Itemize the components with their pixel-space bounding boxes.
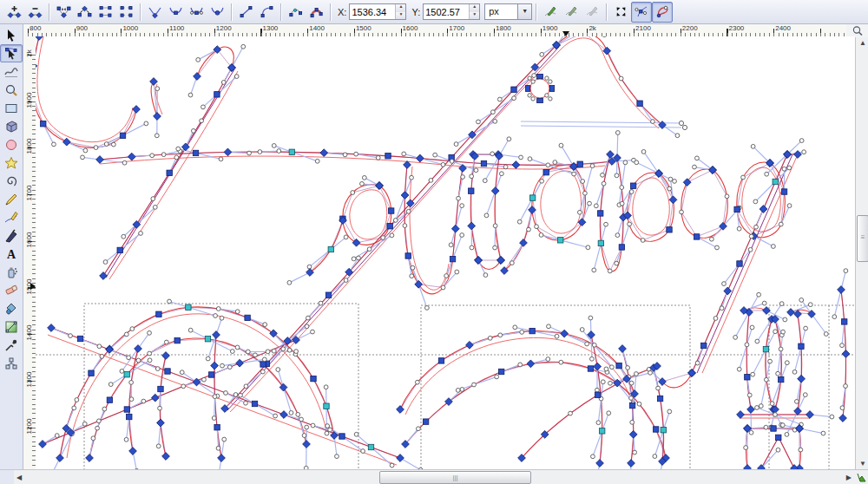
tool-star[interactable] bbox=[0, 154, 23, 172]
control-handle[interactable] bbox=[545, 94, 549, 97]
control-handle[interactable] bbox=[287, 348, 292, 352]
control-handle[interactable] bbox=[260, 370, 265, 374]
path-node[interactable] bbox=[794, 151, 802, 159]
control-handle[interactable] bbox=[559, 360, 563, 364]
control-handle[interactable] bbox=[315, 159, 319, 163]
control-handle[interactable] bbox=[781, 330, 786, 334]
path-node[interactable] bbox=[596, 460, 604, 468]
path-node[interactable] bbox=[397, 455, 404, 462]
control-handle[interactable] bbox=[517, 219, 522, 224]
control-handle[interactable] bbox=[592, 268, 596, 272]
control-handle[interactable] bbox=[750, 325, 754, 330]
control-handle[interactable] bbox=[360, 181, 365, 186]
control-handle[interactable] bbox=[770, 402, 774, 406]
control-handle[interactable] bbox=[102, 407, 107, 411]
control-handle[interactable] bbox=[590, 164, 595, 168]
path-node[interactable] bbox=[56, 455, 64, 462]
control-handle[interactable] bbox=[91, 436, 95, 441]
control-handle[interactable] bbox=[559, 143, 563, 147]
control-handle[interactable] bbox=[751, 144, 755, 148]
control-handle[interactable] bbox=[725, 194, 729, 199]
control-handle[interactable] bbox=[799, 448, 803, 452]
path-node[interactable] bbox=[588, 366, 593, 371]
control-handle[interactable] bbox=[601, 173, 605, 177]
path-node[interactable] bbox=[157, 419, 165, 427]
path-node[interactable] bbox=[799, 343, 804, 349]
control-handle[interactable] bbox=[832, 315, 837, 319]
path-node[interactable] bbox=[603, 47, 611, 55]
path-node[interactable] bbox=[193, 150, 198, 155]
scroll-down-icon[interactable]: ▼ bbox=[859, 460, 866, 468]
drawing-canvas[interactable] bbox=[36, 36, 855, 469]
path-node[interactable] bbox=[211, 362, 219, 370]
path-node[interactable] bbox=[537, 74, 543, 78]
x-spinner[interactable]: ▲▼ bbox=[395, 4, 405, 19]
control-handle[interactable] bbox=[376, 155, 380, 160]
tool-calligraphy[interactable] bbox=[0, 226, 23, 245]
control-handle[interactable] bbox=[120, 370, 124, 374]
control-handle[interactable] bbox=[764, 425, 768, 429]
scroll-right-icon[interactable]: ▶ bbox=[846, 474, 852, 481]
control-handle[interactable] bbox=[180, 370, 184, 375]
control-handle[interactable] bbox=[824, 332, 828, 337]
control-handle[interactable] bbox=[572, 172, 576, 176]
control-handle[interactable] bbox=[583, 191, 588, 195]
control-handle[interactable] bbox=[461, 175, 465, 180]
path-node[interactable] bbox=[794, 408, 802, 415]
path-node[interactable] bbox=[165, 369, 170, 374]
path-node[interactable] bbox=[628, 460, 635, 468]
path-node[interactable] bbox=[208, 372, 214, 377]
control-handle[interactable] bbox=[641, 150, 646, 154]
path-node[interactable] bbox=[734, 206, 740, 212]
control-handle[interactable] bbox=[630, 420, 635, 424]
path-node[interactable] bbox=[701, 343, 707, 348]
control-handle[interactable] bbox=[595, 388, 600, 392]
path-node[interactable] bbox=[339, 434, 345, 439]
control-handle[interactable] bbox=[176, 147, 181, 151]
path-node[interactable] bbox=[135, 345, 142, 353]
path-node[interactable] bbox=[661, 428, 666, 433]
path-node[interactable] bbox=[36, 62, 37, 70]
control-handle[interactable] bbox=[253, 353, 258, 357]
control-handle[interactable] bbox=[615, 173, 619, 178]
path-node[interactable] bbox=[619, 345, 627, 353]
control-handle[interactable] bbox=[569, 411, 573, 415]
control-handle[interactable] bbox=[747, 393, 752, 397]
path-node[interactable] bbox=[385, 154, 391, 159]
tool-pencil[interactable] bbox=[0, 190, 23, 208]
tool-eraser[interactable] bbox=[0, 281, 23, 299]
control-handle[interactable] bbox=[495, 375, 499, 379]
control-handle[interactable] bbox=[433, 153, 437, 157]
control-handle[interactable] bbox=[623, 160, 628, 165]
corner-node-button[interactable] bbox=[144, 2, 165, 23]
control-handle[interactable] bbox=[673, 180, 677, 184]
control-handle[interactable] bbox=[311, 330, 315, 334]
control-handle[interactable] bbox=[648, 370, 653, 375]
segment-curve-button[interactable] bbox=[256, 2, 277, 23]
path-node[interactable] bbox=[127, 414, 132, 419]
tool-node-editor[interactable] bbox=[0, 44, 23, 62]
path-node[interactable] bbox=[549, 86, 554, 92]
control-handle[interactable] bbox=[96, 419, 101, 423]
control-handle[interactable] bbox=[287, 280, 292, 285]
control-handle[interactable] bbox=[144, 121, 148, 126]
control-handle[interactable] bbox=[693, 165, 697, 169]
control-handle[interactable] bbox=[528, 76, 531, 80]
path-node[interactable] bbox=[415, 280, 423, 288]
delete-segment-button[interactable] bbox=[115, 2, 136, 23]
path-node[interactable] bbox=[527, 360, 535, 368]
control-handle[interactable] bbox=[499, 172, 503, 176]
control-handle[interactable] bbox=[390, 463, 394, 468]
delete-node-button[interactable] bbox=[24, 2, 45, 23]
control-handle[interactable] bbox=[124, 437, 128, 441]
path-node[interactable] bbox=[468, 222, 476, 230]
control-handle[interactable] bbox=[780, 423, 785, 428]
path-node[interactable] bbox=[154, 113, 161, 121]
path-node[interactable] bbox=[747, 406, 755, 414]
control-handle[interactable] bbox=[234, 75, 239, 79]
control-handle[interactable] bbox=[233, 393, 238, 397]
control-handle[interactable] bbox=[540, 52, 544, 56]
control-handle[interactable] bbox=[844, 269, 848, 273]
control-handle[interactable] bbox=[244, 401, 248, 405]
control-handle[interactable] bbox=[651, 120, 655, 124]
